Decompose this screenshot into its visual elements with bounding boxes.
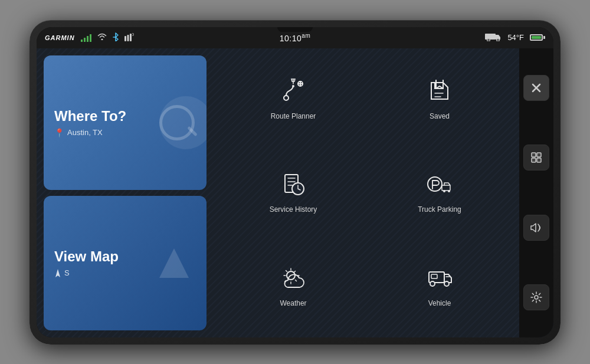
time-display: 10:10: [280, 33, 302, 42]
svg-point-9: [292, 85, 294, 87]
battery-icon: [530, 34, 545, 41]
svg-rect-24: [537, 158, 541, 162]
apps-button[interactable]: [523, 145, 549, 170]
svg-rect-23: [532, 158, 536, 162]
volume-icon: [530, 222, 542, 233]
search-handle: [187, 126, 198, 136]
compass-arrow-icon: [54, 269, 61, 277]
route-planner-label: Route Planner: [271, 112, 316, 120]
vehicle-button[interactable]: Vehicle: [368, 241, 511, 332]
svg-rect-21: [532, 153, 536, 157]
truck-parking-icon: [427, 171, 453, 201]
service-history-button[interactable]: Service History: [222, 147, 365, 238]
truck-status-icon: [485, 32, 502, 44]
svg-point-7: [284, 96, 289, 100]
svg-rect-22: [537, 153, 541, 157]
notch: [277, 27, 313, 32]
service-history-label: Service History: [270, 205, 317, 214]
status-left: GARMIN: [45, 32, 134, 43]
temperature-display: 54°F: [507, 33, 524, 42]
data-signal-icon: [124, 33, 134, 42]
svg-point-6: [497, 38, 500, 41]
right-sidebar: [519, 48, 553, 337]
settings-button[interactable]: [523, 284, 549, 310]
saved-label: Saved: [430, 112, 450, 120]
left-panel: Where To? 📍 Austin, TX View Map S: [37, 48, 214, 337]
app-grid: Route Planner Saved: [214, 48, 519, 337]
navigation-arrow: [159, 248, 189, 278]
truck-parking-label: Truck Parking: [418, 205, 461, 214]
vehicle-label: Vehicle: [428, 299, 451, 307]
garmin-logo: GARMIN: [45, 34, 75, 41]
settings-icon: [530, 291, 542, 303]
location-pin-icon: 📍: [54, 128, 64, 137]
bluetooth-icon: [113, 32, 119, 43]
svg-point-18: [430, 281, 435, 286]
svg-point-19: [444, 281, 449, 286]
weather-label: Weather: [280, 299, 306, 307]
where-to-title: Where To?: [54, 108, 196, 124]
view-map-button[interactable]: View Map S: [44, 196, 206, 330]
weather-button[interactable]: Weather: [222, 241, 365, 332]
svg-point-12: [428, 177, 442, 191]
saved-button[interactable]: Saved: [368, 54, 511, 145]
saved-icon: [427, 78, 453, 107]
location-text: Austin, TX: [67, 128, 103, 137]
search-graphic: [159, 105, 195, 140]
svg-point-5: [487, 38, 490, 41]
svg-rect-1: [127, 35, 129, 41]
vehicle-icon: [427, 265, 453, 294]
clock: 10:10am: [280, 32, 310, 43]
svg-rect-2: [130, 34, 132, 41]
svg-point-14: [443, 190, 445, 192]
wifi-icon: [97, 33, 107, 42]
service-history-icon: [280, 171, 306, 201]
status-right: 54°F: [485, 32, 545, 44]
truck-parking-button[interactable]: Truck Parking: [368, 147, 511, 238]
route-planner-button[interactable]: Route Planner: [222, 54, 365, 145]
close-icon: [532, 83, 541, 93]
close-button[interactable]: [523, 75, 549, 101]
current-location: 📍 Austin, TX: [54, 128, 196, 137]
am-pm: am: [301, 32, 310, 39]
apps-grid-icon: [531, 152, 542, 163]
svg-rect-0: [124, 36, 126, 41]
where-to-button[interactable]: Where To? 📍 Austin, TX: [44, 55, 206, 190]
device-screen: GARMIN: [37, 27, 553, 337]
route-planner-icon: [280, 78, 306, 107]
status-bar: GARMIN: [37, 27, 553, 48]
signal-icon: [81, 34, 91, 42]
weather-icon: [280, 265, 306, 294]
main-content: Where To? 📍 Austin, TX View Map S: [37, 48, 553, 337]
svg-rect-20: [431, 274, 437, 278]
svg-rect-13: [442, 185, 450, 191]
device: GARMIN: [30, 20, 560, 345]
svg-rect-4: [485, 34, 496, 40]
svg-point-15: [448, 190, 450, 192]
volume-button[interactable]: [523, 215, 549, 241]
direction-text: S: [64, 268, 70, 277]
svg-point-25: [535, 296, 538, 299]
